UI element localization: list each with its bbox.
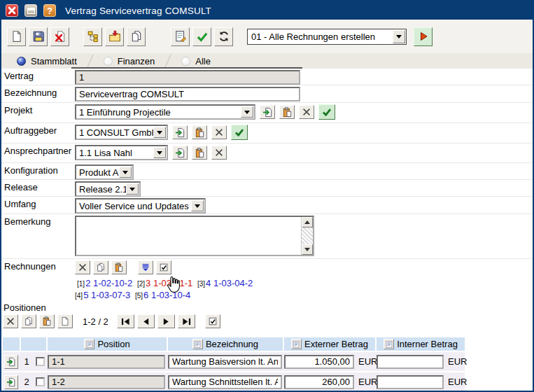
rechnung-link[interactable]: 2 1-02-10-2: [85, 278, 132, 288]
externer-betrag-input[interactable]: [284, 375, 354, 389]
ansprechpartner-select[interactable]: 1.1 Lisa Nahl: [75, 145, 168, 160]
projekt-jump-button[interactable]: [260, 105, 275, 119]
positionen-new-button[interactable]: [57, 314, 73, 328]
rechnung-link[interactable]: 5 1-03-07-3: [83, 290, 130, 300]
rechnungen-copy-button[interactable]: [93, 260, 108, 274]
bezeichnung-input[interactable]: [168, 375, 282, 389]
tab-stammblatt-label: Stammblatt: [31, 56, 77, 66]
ansprechpartner-select-value: 1.1 Lisa Nahl: [76, 148, 153, 158]
refresh-icon: [218, 30, 230, 43]
rechnungen-delete-button[interactable]: [75, 260, 90, 274]
pager-last-button[interactable]: [178, 314, 195, 328]
refresh-button[interactable]: [214, 27, 233, 46]
chevron-down-icon[interactable]: [241, 106, 253, 118]
position-input[interactable]: [48, 375, 165, 389]
ansprechpartner-clear-button[interactable]: [211, 146, 227, 160]
form-button[interactable]: [171, 27, 190, 46]
chevron-down-icon[interactable]: [191, 200, 204, 211]
confirm-button[interactable]: [192, 27, 211, 46]
pager-prev-button[interactable]: [137, 314, 155, 328]
bezeichnung-input[interactable]: [75, 87, 300, 102]
new-document-button[interactable]: [7, 27, 26, 46]
active-tab-sphere-icon: [17, 57, 26, 66]
auftraggeber-clear-button[interactable]: [211, 125, 227, 139]
column-menu-icon[interactable]: [291, 339, 302, 349]
projekt-ok-button[interactable]: [318, 104, 335, 120]
help-icon[interactable]: ?: [43, 4, 56, 17]
interner-betrag-input[interactable]: [377, 355, 444, 369]
chevron-down-icon[interactable]: [119, 167, 132, 178]
bezeichnung-input[interactable]: [168, 355, 282, 369]
header-intern: Interner Betrag: [377, 337, 465, 351]
release-select[interactable]: Release 2.1: [75, 181, 141, 197]
tree-button[interactable]: [83, 27, 102, 46]
column-menu-icon[interactable]: [84, 339, 94, 349]
positionen-paste-button[interactable]: [39, 314, 55, 328]
rechnungen-select-all-button[interactable]: [156, 260, 171, 274]
pager-first-button[interactable]: [117, 314, 134, 328]
chevron-down-icon[interactable]: [393, 30, 405, 43]
row-checkbox[interactable]: [36, 357, 45, 366]
scroll-down-icon[interactable]: [302, 244, 313, 255]
paste-icon: [42, 316, 52, 326]
bemerkung-textarea[interactable]: [76, 217, 301, 255]
positionen-select-all-button[interactable]: [205, 314, 220, 328]
copy-button[interactable]: [127, 27, 146, 46]
green-check-icon: [321, 106, 332, 118]
close-icon[interactable]: [6, 4, 18, 17]
position-input[interactable]: [48, 355, 165, 369]
tab-underline: [71, 67, 302, 69]
auftraggeber-jump-button[interactable]: [172, 125, 188, 139]
row-jump-button[interactable]: [4, 355, 18, 369]
projekt-select[interactable]: 1 Einführung Projectile: [75, 104, 255, 120]
ansprechpartner-jump-button[interactable]: [172, 146, 188, 160]
interner-betrag-input[interactable]: [377, 375, 444, 389]
chevron-down-icon[interactable]: [153, 127, 166, 138]
tab-alle[interactable]: Alle: [174, 53, 218, 69]
tabbar: Stammblatt Finanzen Alle: [1, 53, 533, 69]
chevron-down-icon[interactable]: [126, 183, 139, 195]
header-position-label: Position: [97, 339, 129, 349]
umfang-select[interactable]: Voller Service und Updates: [75, 198, 206, 214]
konfiguration-select[interactable]: Produkt A: [75, 164, 134, 180]
projekt-paste-button[interactable]: [279, 105, 295, 119]
tree-icon: [87, 30, 99, 43]
bemerkung-scrollbar[interactable]: [301, 217, 313, 255]
rechnung-link[interactable]: 4 1-03-04-2: [206, 278, 253, 288]
run-button[interactable]: [414, 27, 433, 46]
rechnungen-paste-button[interactable]: [111, 260, 127, 274]
column-menu-icon[interactable]: [192, 339, 203, 349]
x-icon: [6, 316, 15, 326]
save-button[interactable]: [29, 27, 48, 46]
scroll-up-icon[interactable]: [302, 217, 313, 227]
window-icon[interactable]: [24, 4, 37, 17]
konfiguration-select-value: Produkt A: [76, 167, 119, 178]
auftraggeber-select[interactable]: 1 CONSULT GmbH: [75, 125, 168, 140]
row-checkbox[interactable]: [36, 377, 45, 386]
externer-betrag-input[interactable]: [284, 355, 354, 369]
positionen-copy-button[interactable]: [21, 314, 36, 328]
ansprechpartner-paste-button[interactable]: [192, 146, 207, 160]
auftraggeber-ok-button[interactable]: [231, 125, 248, 140]
rechnungen-sort-button[interactable]: [138, 260, 153, 274]
action-dropdown[interactable]: 01 - Alle Rechnungen erstellen: [247, 29, 407, 45]
table-row: 1 EUR EUR: [3, 352, 465, 371]
pager-next-button[interactable]: [157, 314, 175, 328]
tab-finanzen[interactable]: Finanzen: [97, 53, 162, 69]
scrollbar-track[interactable]: [302, 227, 313, 244]
projekt-clear-button[interactable]: [299, 105, 314, 119]
column-menu-icon[interactable]: [384, 339, 394, 349]
auftraggeber-paste-button[interactable]: [192, 125, 207, 139]
x-icon: [78, 262, 87, 272]
vertrag-input[interactable]: [75, 70, 300, 85]
chevron-down-icon[interactable]: [153, 147, 166, 158]
delete-button[interactable]: [50, 27, 69, 46]
copy-icon: [24, 316, 34, 326]
header-extern-label: Externer Betrag: [304, 339, 368, 349]
row-jump-button[interactable]: [4, 375, 18, 389]
rechnung-link[interactable]: 3 1-03-01-1: [146, 278, 192, 288]
tab-stammblatt[interactable]: Stammblatt: [10, 53, 84, 69]
rechnung-link[interactable]: 6 1-03-10-4: [143, 290, 190, 300]
positionen-delete-button[interactable]: [3, 314, 18, 328]
import-button[interactable]: [105, 27, 124, 46]
